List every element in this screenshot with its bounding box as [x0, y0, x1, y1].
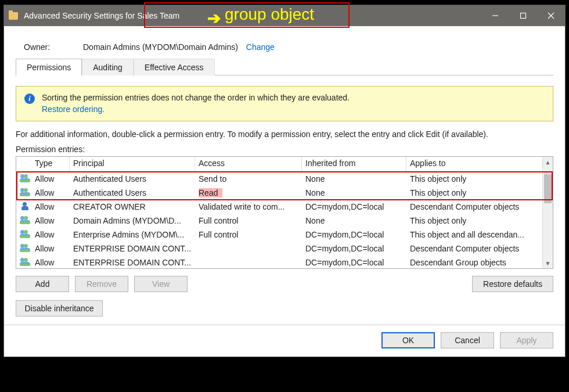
- cell-principal: Authenticated Users: [70, 173, 195, 185]
- cell-inherited: DC=mydom,DC=local: [302, 257, 406, 268]
- minimize-button[interactable]: [481, 5, 509, 26]
- cell-type: Allow: [31, 173, 70, 185]
- column-header-applies[interactable]: Applies to: [406, 157, 553, 171]
- disable-inheritance-button[interactable]: Disable inheritance: [16, 300, 103, 317]
- restore-ordering-link[interactable]: Restore ordering.: [42, 104, 350, 116]
- group-icon: [16, 243, 31, 255]
- cell-principal: ENTERPRISE DOMAIN CONT...: [70, 243, 195, 254]
- table-row[interactable]: AllowENTERPRISE DOMAIN CONT...DC=mydom,D…: [16, 242, 542, 256]
- group-icon: [16, 257, 31, 269]
- cell-access: Validated write to com...: [195, 201, 302, 213]
- remove-button[interactable]: Remove: [75, 276, 128, 292]
- table-row[interactable]: AllowEnterprise Admins (MYDOM\...Full co…: [16, 228, 542, 242]
- close-button[interactable]: [537, 5, 565, 26]
- annotation-arrow-icon: ➔: [207, 9, 221, 28]
- column-header-access[interactable]: Access: [195, 157, 302, 171]
- cell-type: Allow: [31, 215, 70, 226]
- cell-applies: This object only: [406, 187, 542, 199]
- advanced-security-window: Advanced Security Settings for Sales Tea…: [3, 5, 566, 357]
- dialog-footer: OK Cancel Apply: [4, 325, 565, 357]
- annotation-label: group object: [225, 5, 314, 24]
- cell-access: Full control: [195, 229, 302, 240]
- cell-access: [195, 261, 302, 264]
- column-header-icon[interactable]: [16, 157, 31, 171]
- cell-access: Read: [195, 187, 302, 199]
- svg-rect-1: [521, 13, 526, 19]
- cell-access: Full control: [195, 215, 302, 226]
- cell-principal: Authenticated Users: [70, 187, 195, 199]
- cell-principal: Enterprise Admins (MYDOM\...: [70, 229, 195, 240]
- ok-button[interactable]: OK: [381, 332, 435, 348]
- cell-access: [195, 247, 302, 250]
- cell-applies: Descendant Computer objects: [406, 201, 542, 213]
- cell-inherited: DC=mydom,DC=local: [302, 201, 406, 213]
- group-icon: [16, 187, 31, 199]
- group-icon: [16, 173, 31, 185]
- owner-value: Domain Admins (MYDOM\Domain Admins): [83, 42, 238, 52]
- tab-effective-access[interactable]: Effective Access: [134, 59, 215, 75]
- scroll-thumb[interactable]: [544, 174, 552, 203]
- restore-defaults-button[interactable]: Restore defaults: [472, 276, 553, 292]
- cell-applies: This object and all descendan...: [406, 229, 542, 240]
- tab-auditing[interactable]: Auditing: [82, 59, 134, 75]
- cell-inherited: DC=mydom,DC=local: [302, 243, 406, 254]
- dialog-content: Owner: Domain Admins (MYDOM\Domain Admin…: [4, 26, 565, 325]
- add-button[interactable]: Add: [16, 276, 69, 292]
- tab-permissions[interactable]: Permissions: [16, 59, 82, 75]
- table-row[interactable]: AllowDomain Admins (MYDOM\D...Full contr…: [16, 214, 542, 228]
- cell-inherited: None: [302, 173, 406, 185]
- info-icon: i: [24, 93, 35, 104]
- permission-entries-table[interactable]: Type Principal Access Inherited from App…: [16, 156, 553, 269]
- maximize-button[interactable]: [509, 5, 537, 26]
- sort-warning-text: Sorting the permission entries does not …: [42, 93, 350, 102]
- cell-principal: Domain Admins (MYDOM\D...: [70, 215, 195, 226]
- group-icon: [16, 215, 31, 227]
- cell-applies: Descendant Group objects: [406, 257, 542, 268]
- cell-inherited: None: [302, 187, 406, 199]
- scroll-down-icon[interactable]: ▼: [543, 258, 553, 268]
- table-row[interactable]: AllowAuthenticated UsersSend toNoneThis …: [16, 172, 542, 186]
- cell-type: Allow: [31, 257, 70, 268]
- column-header-type[interactable]: Type: [31, 157, 70, 171]
- user-icon: [16, 201, 31, 213]
- cell-inherited: None: [302, 215, 406, 226]
- sort-warning-box: i Sorting the permission entries does no…: [16, 86, 553, 121]
- cell-type: Allow: [31, 243, 70, 254]
- group-icon: [16, 229, 31, 241]
- titlebar[interactable]: Advanced Security Settings for Sales Tea…: [4, 5, 565, 26]
- cell-applies: This object only: [406, 215, 542, 226]
- cell-applies: This object only: [406, 173, 542, 185]
- table-row[interactable]: AllowENTERPRISE DOMAIN CONT...DC=mydom,D…: [16, 256, 542, 268]
- owner-change-link[interactable]: Change: [246, 42, 275, 52]
- permission-entries-label: Permission entries:: [16, 145, 553, 154]
- column-header-inherited[interactable]: Inherited from: [302, 157, 406, 171]
- cell-type: Allow: [31, 187, 70, 199]
- cell-applies: Descendant Computer objects: [406, 243, 542, 254]
- table-row[interactable]: AllowAuthenticated UsersReadNoneThis obj…: [16, 186, 542, 200]
- table-row[interactable]: AllowCREATOR OWNERValidated write to com…: [16, 200, 542, 214]
- tab-strip: Permissions Auditing Effective Access: [16, 59, 553, 75]
- cell-type: Allow: [31, 229, 70, 240]
- cell-principal: CREATOR OWNER: [70, 201, 195, 213]
- apply-button[interactable]: Apply: [500, 332, 553, 348]
- cell-principal: ENTERPRISE DOMAIN CONT...: [70, 257, 195, 268]
- vertical-scrollbar[interactable]: ▲ ▼: [542, 157, 553, 268]
- instructions-text: For additional information, double-click…: [16, 130, 553, 139]
- window-title: Advanced Security Settings for Sales Tea…: [24, 11, 179, 20]
- folder-icon: [9, 12, 18, 20]
- cell-type: Allow: [31, 201, 70, 213]
- view-button[interactable]: View: [134, 276, 188, 292]
- cell-access: Send to: [195, 173, 302, 185]
- cell-inherited: DC=mydom,DC=local: [302, 229, 406, 240]
- scroll-up-icon[interactable]: ▲: [543, 157, 553, 167]
- column-header-principal[interactable]: Principal: [70, 157, 195, 171]
- cancel-button[interactable]: Cancel: [441, 332, 494, 348]
- owner-label: Owner:: [24, 42, 83, 52]
